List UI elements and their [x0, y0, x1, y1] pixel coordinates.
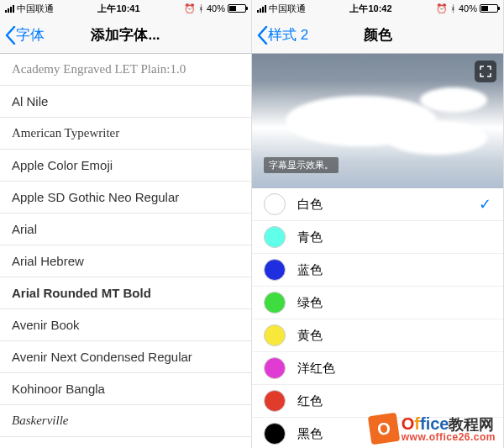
battery-icon: [480, 4, 498, 13]
color-swatch: [264, 324, 286, 346]
color-label: 绿色: [297, 295, 323, 311]
checkmark-icon: ✓: [479, 195, 491, 213]
nav-bar: 字体 添加字体...: [0, 17, 251, 54]
back-button[interactable]: 样式 2: [252, 25, 308, 45]
font-row[interactable]: Baskerville: [0, 405, 251, 437]
color-label: 白色: [297, 197, 323, 213]
carrier-label: 中国联通: [269, 3, 306, 15]
alarm-icon: ⏰: [184, 3, 196, 14]
color-row[interactable]: 白色✓: [252, 188, 503, 221]
color-swatch: [264, 292, 286, 314]
font-row[interactable]: Arial Rounded MT Bold: [0, 277, 251, 309]
color-row[interactable]: 黄色: [252, 319, 503, 352]
status-bar: 中国联通 上午10:41 ⏰ ᚼ 40%: [0, 0, 251, 17]
font-row[interactable]: Bodoni 72 Book: [0, 437, 251, 448]
battery-percent: 40%: [459, 3, 477, 13]
phone-right: 中国联通 上午10:42 ⏰ ᚼ 40% 样式 2 颜色 字幕显示效果。 白色✓…: [252, 0, 504, 448]
color-row[interactable]: 绿色: [252, 287, 503, 319]
color-label: 蓝色: [297, 262, 323, 278]
color-swatch: [264, 193, 286, 215]
color-row[interactable]: 洋红色: [252, 352, 503, 385]
nav-bar: 样式 2 颜色: [252, 17, 503, 54]
chevron-left-icon: [5, 26, 16, 45]
font-row[interactable]: American Typewriter: [0, 118, 251, 150]
font-row[interactable]: Apple SD Gothic Neo Regular: [0, 182, 251, 213]
color-list[interactable]: 白色✓青色蓝色绿色黄色洋红色红色黑色: [252, 188, 503, 448]
signal-icon: [257, 5, 266, 13]
carrier-label: 中国联通: [17, 3, 54, 15]
alarm-icon: ⏰: [436, 3, 448, 14]
color-row[interactable]: 蓝色: [252, 254, 503, 287]
font-row[interactable]: Avenir Book: [0, 309, 251, 341]
color-swatch: [264, 259, 286, 281]
back-button[interactable]: 字体: [0, 25, 45, 45]
color-label: 黑色: [297, 426, 323, 442]
color-swatch: [264, 357, 286, 379]
font-row[interactable]: Avenir Next Condensed Regular: [0, 341, 251, 373]
subtitle-sample: 字幕显示效果。: [264, 157, 339, 173]
phone-left: 中国联通 上午10:41 ⏰ ᚼ 40% 字体 添加字体... Academy …: [0, 0, 252, 448]
color-swatch: [264, 423, 286, 445]
expand-button[interactable]: [475, 61, 496, 82]
chevron-left-icon: [257, 26, 268, 45]
signal-icon: [5, 5, 14, 13]
color-row[interactable]: 红色: [252, 385, 503, 418]
font-row[interactable]: Kohinoor Bangla: [0, 373, 251, 405]
font-row[interactable]: Arial: [0, 213, 251, 245]
font-row[interactable]: Al Nile: [0, 86, 251, 118]
back-label: 字体: [16, 25, 45, 45]
expand-icon: [480, 66, 491, 77]
font-row[interactable]: Apple Color Emoji: [0, 150, 251, 182]
font-row[interactable]: Arial Hebrew: [0, 245, 251, 277]
bluetooth-icon: ᚼ: [450, 3, 456, 13]
color-swatch: [264, 390, 286, 412]
back-label: 样式 2: [268, 25, 308, 45]
color-row[interactable]: 黑色: [252, 418, 503, 448]
battery-icon: [228, 4, 246, 13]
status-time: 上午10:41: [97, 3, 139, 15]
bluetooth-icon: ᚼ: [198, 3, 204, 13]
color-label: 红色: [297, 393, 323, 409]
color-swatch: [264, 226, 286, 248]
font-list[interactable]: Academy Engraved LET Plain:1.0 Al Nile A…: [0, 54, 251, 448]
color-row[interactable]: 青色: [252, 221, 503, 254]
font-row[interactable]: Academy Engraved LET Plain:1.0: [0, 54, 251, 86]
color-label: 黄色: [297, 328, 323, 344]
color-label: 青色: [297, 229, 323, 245]
status-time: 上午10:42: [349, 3, 391, 15]
preview-pane: 字幕显示效果。: [252, 54, 503, 188]
battery-percent: 40%: [207, 3, 225, 13]
status-bar: 中国联通 上午10:42 ⏰ ᚼ 40%: [252, 0, 503, 17]
color-label: 洋红色: [297, 361, 335, 377]
